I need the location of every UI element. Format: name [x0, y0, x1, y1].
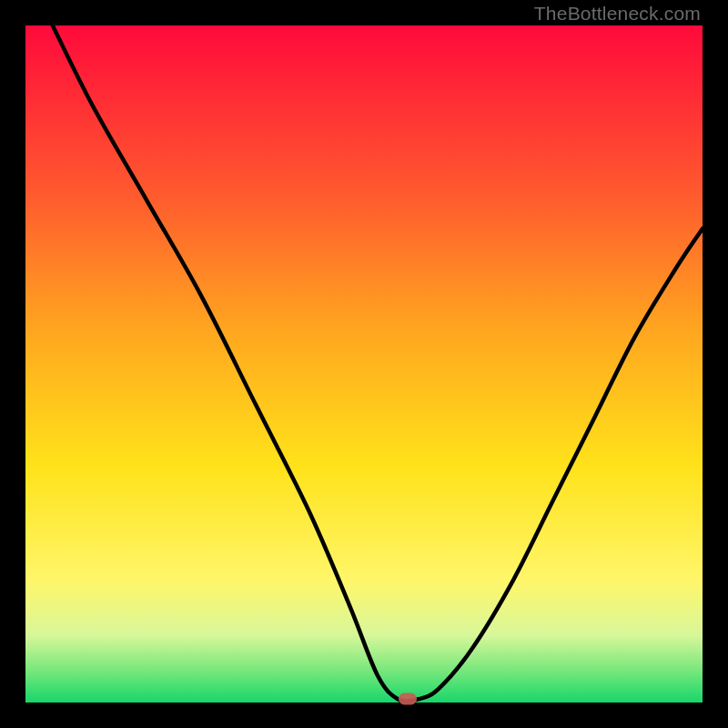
chart-frame: TheBottleneck.com	[0, 0, 728, 728]
watermark-text: TheBottleneck.com	[534, 3, 701, 25]
curve-path	[53, 25, 703, 702]
bottleneck-curve	[25, 25, 703, 703]
optimum-marker	[399, 693, 417, 705]
plot-area	[25, 25, 703, 703]
